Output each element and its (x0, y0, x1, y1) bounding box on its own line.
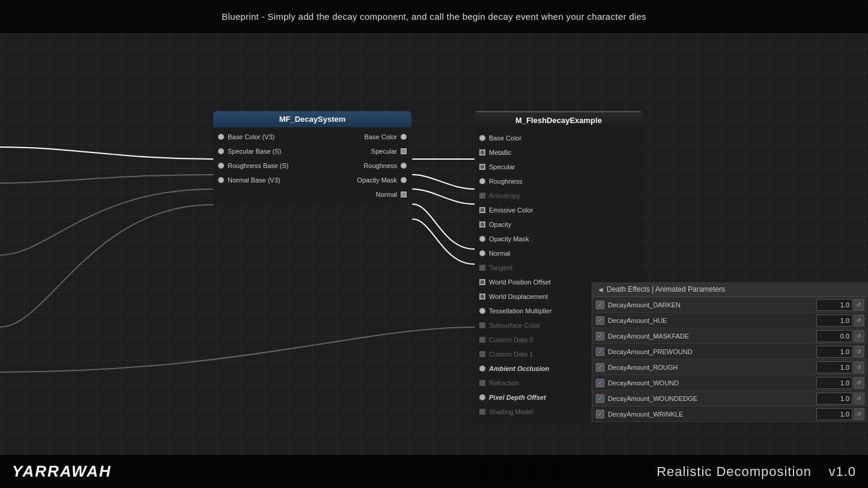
wire-roughness-out (413, 189, 475, 204)
wire-normal-in (0, 205, 213, 327)
flesh-label-shading: Shading Model (489, 408, 533, 415)
logo-text: YARRAWAH (12, 462, 112, 481)
panel-value-box-2: 0.0 ↺ (816, 330, 864, 342)
label-base-color-out: Base Color (365, 133, 397, 140)
panel-row-6: ✓ DecayAmount_WOUNDEDGE 1.0 ↺ (592, 391, 868, 406)
death-effects-panel: ◀ Death Effects | Animated Parameters ✓ … (592, 282, 868, 422)
flesh-row-tangent: Tangent (475, 261, 643, 275)
panel-checkbox-5[interactable]: ✓ (596, 379, 604, 387)
panel-value-1[interactable]: 1.0 (816, 315, 852, 327)
label-specular-out: Specular (371, 148, 397, 155)
flesh-label-world-pos: World Position Offset (489, 279, 551, 286)
panel-btn-reset-4[interactable]: ↺ (854, 361, 864, 373)
flesh-label-custom1: Custom Data 1 (489, 351, 533, 358)
panel-header-title: Death Effects | Animated Parameters (607, 285, 725, 294)
panel-value-box-4: 1.0 ↺ (816, 361, 864, 373)
panel-btn-reset-3[interactable]: ↺ (854, 346, 864, 358)
wire-base-color-in (0, 147, 213, 159)
panel-row-0: ✓ DecayAmount_DARKEN 1.0 ↺ (592, 297, 868, 313)
node-flesh-header: M_FleshDecayExample (475, 111, 643, 128)
panel-value-0[interactable]: 1.0 (816, 299, 852, 311)
flesh-label-custom0: Custom Data 0 (489, 336, 533, 343)
checkbox-check-3: ✓ (598, 348, 602, 355)
node-mf-row-roughness: Roughness Base (S) Roughness (213, 158, 411, 173)
flesh-label-ao: Ambient Occlusion (489, 365, 549, 372)
label-normal-base: Normal Base (V3) (228, 176, 280, 184)
flesh-pin-custom0 (479, 337, 485, 343)
panel-checkbox-1[interactable]: ✓ (596, 316, 604, 325)
pin-normal-out (401, 191, 407, 197)
panel-label-7: DecayAmount_WRINKLE (608, 411, 816, 418)
pin-roughness-in (218, 163, 224, 169)
flesh-row-opacity: Opacity (475, 217, 643, 232)
panel-checkbox-2[interactable]: ✓ (596, 332, 604, 340)
panel-value-5[interactable]: 1.0 (816, 377, 852, 389)
panel-checkbox-3[interactable]: ✓ (596, 348, 604, 356)
bottom-bar: YARRAWAH Realistic Decomposition v1.0 (0, 455, 868, 488)
flesh-row-opacity-mask: Opacity Mask (475, 232, 643, 246)
panel-checkbox-6[interactable]: ✓ (596, 394, 604, 403)
flesh-pin-custom1 (479, 351, 485, 357)
wire-specular-out (413, 175, 475, 189)
panel-value-box-7: 1.0 ↺ (816, 408, 864, 420)
node-mf-row-base-color: Base Color (V3) Base Color (213, 130, 411, 144)
checkbox-check-0: ✓ (598, 301, 602, 308)
flesh-pin-specular (479, 164, 485, 170)
panel-btn-reset-2[interactable]: ↺ (854, 330, 864, 342)
flesh-row-anisotropy: Anisotropy (475, 188, 643, 203)
flesh-pin-ao (479, 366, 485, 372)
wire-opacity-mask-out (413, 204, 475, 249)
node-mf-row-specular: Specular Base (S) Specular (213, 144, 411, 158)
pin-base-color-in (218, 134, 224, 140)
panel-row-7: ✓ DecayAmount_WRINKLE 1.0 ↺ (592, 406, 868, 422)
label-base-color-in: Base Color (V3) (228, 133, 275, 140)
panel-value-7[interactable]: 1.0 (816, 408, 852, 420)
flesh-pin-base-color (479, 135, 485, 141)
flesh-label-opacity-mask: Opacity Mask (489, 235, 529, 242)
panel-row-2: ✓ DecayAmount_MASKFADE 0.0 ↺ (592, 328, 868, 344)
node-flesh-title: M_FleshDecayExample (515, 116, 602, 125)
flesh-pin-normal (479, 250, 485, 256)
pin-opacity-mask-out (401, 177, 407, 183)
panel-rows-container: ✓ DecayAmount_DARKEN 1.0 ↺ ✓ DecayAmount… (592, 297, 868, 422)
panel-value-box-5: 1.0 ↺ (816, 377, 864, 389)
footer-product: Realistic Decomposition (657, 464, 812, 479)
wire-specular-in (0, 175, 213, 183)
panel-label-4: DecayAmount_ROUGH (608, 364, 816, 371)
panel-checkbox-4[interactable]: ✓ (596, 363, 604, 372)
panel-btn-reset-6[interactable]: ↺ (854, 393, 864, 405)
flesh-label-roughness: Roughness (489, 178, 523, 185)
flesh-row-roughness: Roughness (475, 174, 643, 188)
flesh-label-emissive: Emissive Color (489, 206, 533, 214)
wire-tessellation (0, 327, 475, 372)
flesh-pin-world-pos (479, 279, 485, 285)
panel-header: ◀ Death Effects | Animated Parameters (592, 282, 868, 297)
flesh-pin-tangent (479, 265, 485, 271)
panel-row-4: ✓ DecayAmount_ROUGH 1.0 ↺ (592, 360, 868, 375)
pin-roughness-out (401, 163, 407, 169)
wire-roughness-in (0, 189, 213, 255)
node-mf-body: Base Color (V3) Base Color Specular Base… (213, 127, 411, 204)
checkbox-check-4: ✓ (598, 364, 602, 370)
pin-specular-in (218, 148, 224, 154)
panel-checkbox-7[interactable]: ✓ (596, 410, 604, 418)
panel-value-6[interactable]: 1.0 (816, 393, 852, 405)
brand-text: Realistic Decomposition v1.0 (657, 464, 856, 480)
flesh-pin-world-disp (479, 294, 485, 300)
panel-btn-reset-0[interactable]: ↺ (854, 299, 864, 311)
flesh-row-base-color: Base Color (475, 131, 643, 145)
wire-normal-out (413, 219, 475, 264)
panel-checkbox-0[interactable]: ✓ (596, 301, 604, 309)
panel-btn-reset-7[interactable]: ↺ (854, 408, 864, 420)
flesh-pin-tessellation (479, 308, 485, 314)
panel-value-4[interactable]: 1.0 (816, 361, 852, 373)
flesh-label-anisotropy: Anisotropy (489, 192, 520, 199)
panel-value-3[interactable]: 1.0 (816, 346, 852, 358)
node-mf-header: MF_DecaySystem (213, 111, 411, 127)
panel-btn-reset-5[interactable]: ↺ (854, 377, 864, 389)
panel-value-2[interactable]: 0.0 (816, 330, 852, 342)
panel-btn-reset-1[interactable]: ↺ (854, 315, 864, 327)
canvas-area: MF_DecaySystem Base Color (V3) Base Colo… (0, 33, 868, 455)
flesh-pin-emissive (479, 207, 485, 213)
checkbox-check-5: ✓ (598, 379, 602, 386)
